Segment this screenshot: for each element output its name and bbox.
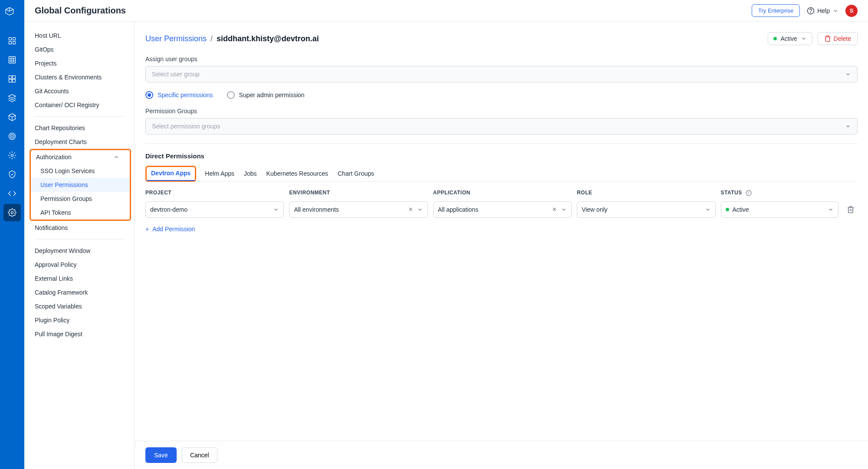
rail-shield-icon[interactable]: [3, 166, 21, 183]
svg-point-23: [748, 192, 749, 192]
sidebar-item-deployment-charts[interactable]: Deployment Charts: [24, 135, 135, 149]
svg-rect-11: [9, 79, 12, 82]
rail-target-icon[interactable]: [3, 128, 21, 145]
chevron-down-icon: [705, 207, 711, 213]
info-icon[interactable]: [746, 190, 752, 196]
help-icon: [807, 7, 815, 15]
sidebar-item-gitops[interactable]: GitOps: [24, 43, 135, 56]
status-select[interactable]: Active: [721, 201, 838, 218]
tab-jobs[interactable]: Jobs: [243, 166, 258, 181]
radio-specific-permissions[interactable]: Specific permissions: [145, 91, 213, 99]
sidebar-divider: [35, 239, 124, 239]
svg-rect-0: [9, 38, 12, 40]
sidebar-item-clusters[interactable]: Clusters & Environments: [24, 70, 135, 84]
chevron-down-icon: [801, 36, 807, 42]
sidebar-item-container-registry[interactable]: Container/ OCI Registry: [24, 98, 135, 112]
breadcrumb: User Permissions / siddhant.khisty@devtr…: [145, 34, 319, 43]
permission-groups-label: Permission Groups: [145, 108, 858, 115]
logo-icon: [5, 7, 19, 21]
radio-super-admin[interactable]: Super admin permission: [227, 91, 305, 99]
environment-select[interactable]: All environments ×: [289, 201, 427, 218]
role-select[interactable]: View only: [577, 201, 715, 218]
chevron-down-icon: [832, 8, 838, 14]
breadcrumb-parent[interactable]: User Permissions: [145, 34, 207, 43]
status-dot-icon: [726, 208, 729, 211]
sidebar-item-notifications[interactable]: Notifications: [24, 221, 135, 235]
rail-code-icon[interactable]: [3, 185, 21, 202]
chevron-down-icon: [845, 71, 851, 77]
page-title: Global Configurations: [35, 6, 126, 16]
svg-point-15: [10, 134, 14, 138]
sidebar-item-pull-image-digest[interactable]: Pull Image Digest: [24, 327, 135, 341]
tab-kubernetes-resources[interactable]: Kubernetes Resources: [266, 166, 329, 181]
svg-rect-10: [13, 76, 16, 79]
sidebar-item-catalog-framework[interactable]: Catalog Framework: [24, 285, 135, 299]
project-select[interactable]: devtron-demo: [145, 201, 284, 218]
rail-stack-icon[interactable]: [3, 89, 21, 107]
delete-button[interactable]: Delete: [818, 32, 858, 45]
sidebar-item-host-url[interactable]: Host URL: [24, 29, 135, 43]
breadcrumb-current: siddhant.khisty@devtron.ai: [217, 34, 319, 43]
tab-helm-apps[interactable]: Helm Apps: [204, 166, 235, 181]
help-label: Help: [817, 7, 830, 14]
sidebar-item-authorization[interactable]: Authorization: [31, 150, 130, 164]
sidebar-divider: [35, 116, 124, 117]
rail-dashboard-icon[interactable]: [3, 32, 21, 49]
rail-settings-icon[interactable]: [3, 204, 21, 221]
project-value: devtron-demo: [150, 206, 187, 213]
status-dropdown[interactable]: Active: [768, 32, 812, 45]
sidebar-item-permission-groups[interactable]: Permission Groups: [31, 192, 130, 206]
col-application: APPLICATION: [433, 190, 572, 196]
sidebar-item-api-tokens[interactable]: API Tokens: [31, 206, 130, 220]
rail-cube-icon[interactable]: [3, 108, 21, 126]
chevron-down-icon: [561, 207, 567, 213]
section-divider: [145, 143, 858, 144]
svg-point-16: [12, 136, 13, 137]
radio-icon: [227, 91, 235, 99]
role-value: View only: [582, 206, 608, 213]
add-permission-button[interactable]: + Add Permission: [145, 226, 858, 233]
user-group-select[interactable]: Select user group: [145, 66, 858, 82]
svg-rect-1: [13, 38, 16, 40]
breadcrumb-separator: /: [210, 34, 213, 43]
tab-chart-groups[interactable]: Chart Groups: [337, 166, 375, 181]
col-role: ROLE: [577, 190, 715, 196]
delete-row-button[interactable]: [844, 201, 858, 218]
rail-gear-icon[interactable]: [3, 147, 21, 164]
chevron-up-icon: [113, 154, 119, 160]
col-environment: ENVIRONMENT: [289, 190, 427, 196]
cancel-button[interactable]: Cancel: [182, 447, 217, 463]
sidebar-item-deployment-window[interactable]: Deployment Window: [24, 244, 135, 258]
tab-devtron-apps[interactable]: Devtron Apps: [145, 166, 196, 182]
clear-icon[interactable]: ×: [552, 206, 556, 213]
avatar[interactable]: S: [845, 5, 858, 17]
sidebar-item-projects[interactable]: Projects: [24, 56, 135, 70]
sidebar-item-user-permissions[interactable]: User Permissions: [31, 178, 130, 192]
sidebar-item-git-accounts[interactable]: Git Accounts: [24, 84, 135, 98]
sidebar-item-sso[interactable]: SSO Login Services: [31, 164, 130, 178]
sidebar-item-external-links[interactable]: External Links: [24, 272, 135, 285]
rail-apps-icon[interactable]: [3, 70, 21, 88]
chevron-down-icon: [417, 207, 423, 213]
save-button[interactable]: Save: [145, 447, 177, 463]
application-select[interactable]: All applications ×: [433, 201, 572, 218]
permissions-table: PROJECT ENVIRONMENT APPLICATION ROLE STA…: [145, 190, 858, 218]
row-status-value: Active: [733, 206, 749, 213]
content-area: User Permissions / siddhant.khisty@devtr…: [135, 22, 868, 469]
rail-grid-icon[interactable]: [3, 51, 21, 69]
assign-groups-label: Assign user groups: [145, 56, 858, 62]
sidebar-item-plugin-policy[interactable]: Plugin Policy: [24, 313, 135, 327]
config-sidebar: Host URL GitOps Projects Clusters & Envi…: [24, 22, 135, 469]
try-enterprise-button[interactable]: Try Enterprise: [752, 4, 800, 17]
sidebar-item-chart-repos[interactable]: Chart Repositories: [24, 121, 135, 135]
sidebar-item-scoped-variables[interactable]: Scoped Variables: [24, 299, 135, 313]
permission-groups-placeholder: Select permission groups: [152, 123, 220, 130]
col-project: PROJECT: [145, 190, 284, 196]
help-dropdown[interactable]: Help: [807, 7, 838, 15]
sidebar-item-approval-policy[interactable]: Approval Policy: [24, 258, 135, 272]
clear-icon[interactable]: ×: [408, 206, 412, 213]
svg-rect-3: [13, 42, 16, 44]
permission-groups-select[interactable]: Select permission groups: [145, 118, 858, 134]
application-value: All applications: [438, 206, 478, 213]
col-status: STATUS: [721, 190, 838, 196]
